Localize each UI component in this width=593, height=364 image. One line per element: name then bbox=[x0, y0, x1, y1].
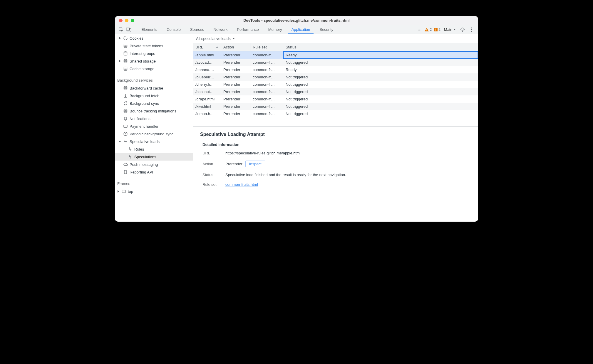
cell-url: /avocad… bbox=[193, 59, 221, 66]
sidebar-item-speculative-loads[interactable]: Speculative loads bbox=[115, 138, 193, 145]
cell-status: Not triggered bbox=[283, 81, 478, 88]
sidebar-item-rules[interactable]: Rules bbox=[115, 145, 193, 153]
detail-ruleset-link[interactable]: common-fruits.html bbox=[225, 182, 258, 187]
cell-ruleset: common-fr… bbox=[250, 73, 283, 81]
fetch-icon bbox=[123, 93, 128, 98]
table-row[interactable]: /cherry.h…Prerendercommon-fr…Not trigger… bbox=[193, 81, 478, 88]
col-status[interactable]: Status bbox=[283, 43, 478, 51]
cloud-icon bbox=[123, 162, 128, 167]
tab-performance[interactable]: Performance bbox=[232, 25, 263, 34]
svg-point-20 bbox=[124, 67, 127, 68]
sidebar-item-cache-storage[interactable]: Cache storage bbox=[115, 65, 193, 73]
sidebar-item-label: Speculative loads bbox=[130, 139, 160, 144]
table-row[interactable]: /lemon.h…Prerendercommon-fr…Not triggere… bbox=[193, 110, 478, 117]
tab-application[interactable]: Application bbox=[287, 25, 315, 34]
table-row[interactable]: /apple.htmlPrerendercommon-fr…Ready bbox=[193, 51, 478, 59]
table-row[interactable]: /grape.htmlPrerendercommon-fr…Not trigge… bbox=[193, 95, 478, 103]
disclosure-triangle-icon[interactable] bbox=[118, 60, 121, 63]
table-row[interactable]: /avocad…Prerendercommon-fr…Not triggered bbox=[193, 59, 478, 66]
cell-ruleset: common-fr… bbox=[250, 95, 283, 103]
detail-panel: Speculative Loading Attempt Detailed inf… bbox=[193, 127, 478, 222]
inspect-element-icon[interactable] bbox=[118, 26, 124, 33]
svg-point-10 bbox=[471, 27, 472, 28]
table-row[interactable]: /coconut…Prerendercommon-fr…Not triggere… bbox=[193, 88, 478, 95]
sync-icon bbox=[123, 101, 128, 106]
window-controls bbox=[115, 19, 134, 22]
device-toolbar-icon[interactable] bbox=[125, 26, 132, 33]
sidebar-item-speculations[interactable]: Speculations bbox=[115, 153, 193, 161]
tab-memory[interactable]: Memory bbox=[264, 25, 287, 34]
detail-section-title: Detailed information bbox=[202, 142, 471, 147]
close-window-button[interactable] bbox=[119, 19, 123, 22]
detail-ruleset-label: Rule set bbox=[202, 182, 221, 187]
kebab-menu-icon[interactable] bbox=[468, 26, 475, 33]
cell-ruleset: common-fr… bbox=[250, 66, 283, 73]
warning-icon bbox=[425, 28, 429, 31]
chevron-down-icon bbox=[232, 38, 235, 39]
minimize-window-button[interactable] bbox=[125, 19, 128, 22]
sidebar-item-label: Notifications bbox=[130, 117, 150, 121]
sidebar-item-private-state-tokens[interactable]: Private state tokens bbox=[115, 42, 193, 50]
cell-url: /apple.html bbox=[193, 51, 221, 59]
cell-status: Not triggered bbox=[283, 88, 478, 95]
disclosure-triangle-icon[interactable] bbox=[118, 140, 121, 143]
cell-status: Not triggered bbox=[283, 73, 478, 81]
sidebar-item-label: Rules bbox=[134, 147, 144, 151]
detail-status-value: Speculative load finished and the result… bbox=[225, 173, 471, 177]
col-ruleset[interactable]: Rule set bbox=[250, 43, 283, 51]
spec-icon bbox=[128, 147, 133, 151]
table-row[interactable]: /kiwi.htmlPrerendercommon-fr…Not trigger… bbox=[193, 103, 478, 110]
svg-point-14 bbox=[125, 38, 125, 38]
speculations-grid: URL Action Rule set Status /apple.htmlPr… bbox=[193, 43, 478, 127]
sidebar-item-label: Cache storage bbox=[130, 67, 155, 71]
svg-rect-7 bbox=[435, 28, 436, 30]
svg-rect-3 bbox=[130, 28, 131, 31]
col-action[interactable]: Action bbox=[221, 43, 250, 51]
disclosure-triangle-icon[interactable] bbox=[117, 190, 120, 193]
detail-action-value: Prerender bbox=[225, 162, 242, 166]
sidebar-item-label: Bounce tracking mitigations bbox=[130, 109, 176, 113]
cell-url: /cherry.h… bbox=[193, 81, 221, 88]
sidebar-item-cookies[interactable]: Cookies bbox=[115, 34, 193, 42]
table-row[interactable]: /blueberr…Prerendercommon-fr…Not trigger… bbox=[193, 73, 478, 81]
sidebar-item-notifications[interactable]: Notifications bbox=[115, 115, 193, 122]
more-panels-icon[interactable]: » bbox=[417, 27, 423, 32]
sidebar-item-background-sync[interactable]: Background sync bbox=[115, 100, 193, 107]
issues-badge[interactable]: 2 bbox=[434, 28, 440, 32]
sidebar-item-background-fetch[interactable]: Background fetch bbox=[115, 92, 193, 100]
target-context-selector[interactable]: Main bbox=[443, 27, 457, 32]
cell-url: /kiwi.html bbox=[193, 103, 221, 110]
cell-ruleset: common-fr… bbox=[250, 103, 283, 110]
zoom-window-button[interactable] bbox=[131, 19, 134, 22]
sidebar-item-shared-storage[interactable]: Shared storage bbox=[115, 57, 193, 65]
sidebar-item-push-messaging[interactable]: Push messaging bbox=[115, 161, 193, 168]
detail-action-label: Action bbox=[202, 162, 221, 166]
tab-security[interactable]: Security bbox=[315, 25, 338, 34]
table-row[interactable]: /banana.…Prerendercommon-fr…Ready bbox=[193, 66, 478, 73]
sidebar-item-top[interactable]: top bbox=[115, 188, 193, 195]
sidebar-item-reporting-api[interactable]: Reporting API bbox=[115, 168, 193, 176]
tab-network[interactable]: Network bbox=[209, 25, 232, 34]
speculative-loads-filter-dropdown[interactable]: All speculative loads bbox=[196, 36, 235, 41]
cell-ruleset: common-fr… bbox=[250, 59, 283, 66]
tab-console[interactable]: Console bbox=[162, 25, 185, 34]
col-url[interactable]: URL bbox=[193, 43, 221, 51]
disclosure-triangle-icon[interactable] bbox=[118, 37, 121, 40]
cell-action: Prerender bbox=[221, 51, 250, 59]
inspect-button[interactable]: Inspect bbox=[245, 161, 265, 167]
settings-gear-icon[interactable] bbox=[459, 26, 466, 33]
filter-label: All speculative loads bbox=[196, 36, 231, 41]
db-icon bbox=[123, 66, 128, 71]
svg-point-11 bbox=[471, 29, 472, 30]
sidebar-item-label: Private state tokens bbox=[130, 44, 163, 48]
tab-sources[interactable]: Sources bbox=[185, 25, 209, 34]
sidebar-item-back-forward-cache[interactable]: Back/forward cache bbox=[115, 84, 193, 92]
sidebar-item-payment-handler[interactable]: Payment handler bbox=[115, 122, 193, 130]
warnings-badge[interactable]: 2 bbox=[425, 28, 432, 32]
svg-point-9 bbox=[462, 29, 463, 30]
tab-elements[interactable]: Elements bbox=[137, 25, 162, 34]
sidebar-item-periodic-background-sync[interactable]: Periodic background sync bbox=[115, 130, 193, 138]
svg-point-17 bbox=[124, 44, 127, 45]
sidebar-item-interest-groups[interactable]: Interest groups bbox=[115, 50, 193, 57]
sidebar-item-bounce-tracking-mitigations[interactable]: Bounce tracking mitigations bbox=[115, 107, 193, 115]
